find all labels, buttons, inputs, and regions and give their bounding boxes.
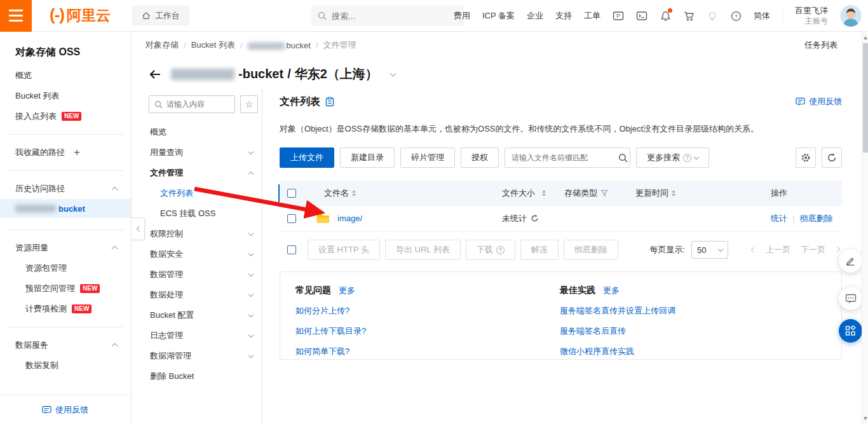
sidebar-group-resource-usage[interactable]: 资源用量 [0,238,131,258]
sidebar-item-reserved-space[interactable]: 预留空间管理 NEW [0,278,131,299]
subnav-item-datalake-management[interactable]: 数据湖管理 [145,346,262,366]
sidebar-item-favorite-paths[interactable]: 我收藏的路径 + [0,142,131,163]
avatar[interactable] [840,5,862,27]
batch-checkbox[interactable] [287,245,296,254]
cart-icon[interactable] [683,10,695,22]
upload-file-button[interactable]: 上传文件 [280,147,334,168]
apps-float-button[interactable] [839,319,862,343]
subnav-item-overview[interactable]: 概览 [145,122,262,142]
row-checkbox[interactable] [287,214,296,223]
nav-icp[interactable]: ICP 备案 [482,10,515,22]
alibaba-cloud-logo[interactable]: (-) 阿里云 [50,6,111,25]
faq-link[interactable]: 如何上传下载目录? [295,325,560,337]
sidebar-item-access-point-list[interactable]: 接入点列表 NEW [0,106,131,127]
help-icon[interactable]: ? [730,10,742,22]
best-practice-link[interactable]: 微信小程序直传实践 [560,346,826,357]
delete-forever-button[interactable]: 彻底删除 [564,240,618,260]
best-practice-more-link[interactable]: 更多 [603,285,620,296]
refresh-button[interactable] [822,147,842,168]
subnav-search-input[interactable] [166,100,227,109]
sort-icon[interactable] [542,190,546,196]
sidebar-item-resource-package[interactable]: 资源包管理 [0,258,131,278]
workbench-button[interactable]: 工作台 [132,6,189,25]
subnav-item-data-processing[interactable]: 数据处理 [145,285,262,305]
user-account[interactable]: 百里飞洋 主账号 [795,6,828,25]
sidebar-feedback-link[interactable]: 使用反馈 [0,395,130,424]
faq-link[interactable]: 如何分片上传? [295,305,560,317]
folder-link[interactable]: image/ [337,214,362,223]
next-page-button[interactable]: 下一页 [801,244,825,256]
panel-feedback-link[interactable]: 使用反馈 [796,96,842,107]
lightbulb-icon[interactable] [707,10,718,22]
filter-icon[interactable] [600,189,608,197]
survey-float-button[interactable] [839,249,862,273]
subnav-item-delete-bucket[interactable]: 删除 Bucket [145,366,262,386]
locale-switcher[interactable]: 简体 [754,10,770,22]
column-filesize[interactable]: 文件大小 [502,188,535,199]
add-favorite-icon[interactable]: + [74,146,80,159]
row-op-delete[interactable]: 彻底删除 [799,213,832,224]
region-dropdown-icon[interactable] [390,70,396,76]
select-all-checkbox[interactable] [287,189,296,198]
scroll-down-arrow[interactable] [863,414,868,423]
sidebar-item-billing-check[interactable]: 计费项检测 NEW [0,299,131,319]
subnav-item-data-security[interactable]: 数据安全 [145,244,262,264]
column-filename[interactable]: 文件名 [324,188,349,199]
scrollbar-thumb[interactable] [863,43,868,153]
nav-support[interactable]: 支持 [555,10,572,22]
prev-page-button[interactable]: 上一页 [766,244,790,256]
sort-icon[interactable] [672,190,675,196]
sort-icon[interactable] [352,190,356,196]
nav-ticket[interactable]: 工单 [584,10,600,22]
subnav-item-usage-query[interactable]: 用量查询 [145,142,262,163]
filename-prefix-input[interactable] [505,153,616,162]
authorize-button[interactable]: 授权 [461,147,499,168]
subnav-item-file-list[interactable]: 文件列表 [145,183,262,203]
scroll-up-arrow[interactable] [863,33,868,42]
recalculate-icon[interactable] [531,214,539,222]
sidebar-item-overview[interactable]: 概览 [0,65,131,86]
breadcrumb-oss[interactable]: 对象存储 [146,39,179,51]
subnav-item-data-management[interactable]: 数据管理 [145,264,262,285]
hamburger-menu-button[interactable] [0,0,32,32]
set-http-header-button[interactable]: 设置 HTTP 头 [308,240,380,260]
column-storage-type[interactable]: 存储类型 [564,188,597,199]
task-list-link[interactable]: 任务列表 [804,39,837,51]
subnav-search[interactable] [149,95,235,113]
next-page-icon[interactable] [835,246,840,251]
global-search-input[interactable] [332,11,446,21]
prefix-search-button[interactable] [616,148,630,167]
export-url-list-button[interactable]: 导出 URL 列表 [385,240,461,260]
breadcrumb-bucket[interactable]: bucket [248,41,311,50]
subnav-item-bucket-config[interactable]: Bucket 配置 [145,305,262,325]
page-size-select[interactable]: 50 [691,241,728,259]
best-practice-link[interactable]: 服务端签名后直传 [560,325,826,337]
new-directory-button[interactable]: 新建目录 [340,147,395,168]
best-practice-link[interactable]: 服务端签名直传并设置上传回调 [560,305,826,317]
breadcrumb-bucket-list[interactable]: Bucket 列表 [191,39,235,51]
feedback-float-button[interactable] [839,287,862,310]
sidebar-item-bucket-list[interactable]: Bucket 列表 [0,86,131,106]
fragment-management-button[interactable]: 碎片管理 [400,147,455,168]
unfreeze-button[interactable]: 解冻 [520,240,559,260]
nav-expenses[interactable]: 费用 [454,10,470,22]
api-icon[interactable]: P [613,10,624,22]
prev-page-icon[interactable] [751,247,756,252]
global-search[interactable] [311,6,464,26]
download-button[interactable]: 下载 ? [466,240,515,260]
table-settings-button[interactable] [796,147,816,168]
subnav-item-ecs-mount-oss[interactable]: ECS 挂载 OSS [145,203,262,224]
nav-enterprise[interactable]: 企业 [527,10,543,22]
faq-link[interactable]: 如何简单下载? [295,346,560,357]
sidebar-group-data-service[interactable]: 数据服务 [0,335,131,355]
sidebar-group-history-paths[interactable]: 历史访问路径 [0,179,131,199]
sidebar-item-history-bucket[interactable]: bucket [0,199,131,218]
back-button[interactable] [148,69,162,80]
doc-info-icon[interactable] [325,97,334,107]
more-search-button[interactable]: 更多搜索 ? [636,147,709,168]
terminal-icon[interactable] [636,10,648,22]
faq-more-link[interactable]: 更多 [339,285,355,296]
subnav-item-permission-control[interactable]: 权限控制 [145,224,262,244]
subnav-item-file-management[interactable]: 文件管理 [145,163,262,183]
sidebar-item-data-copy[interactable]: 数据复制 [0,355,131,376]
